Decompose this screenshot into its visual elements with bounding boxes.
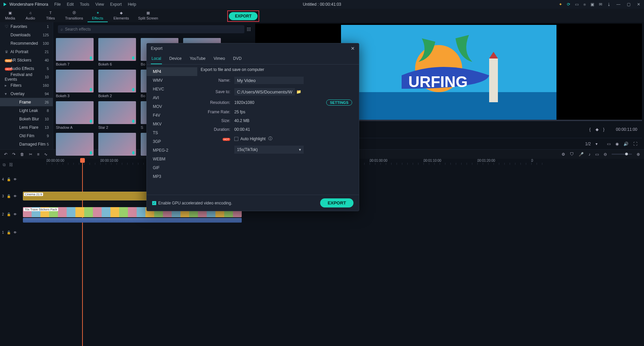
zoom-slider[interactable] — [612, 154, 632, 155]
tab-elements[interactable]: ◆Elements — [108, 11, 135, 22]
format-webm[interactable]: WEBM — [147, 155, 197, 163]
effect-thumb[interactable]: Bokeh 7 — [56, 38, 94, 66]
zoom-out-icon[interactable]: ⊖ — [604, 152, 607, 157]
delete-icon[interactable]: 🗑 — [20, 152, 24, 157]
gear-icon[interactable]: ⚙ — [562, 152, 565, 157]
speed-value[interactable]: 1/2 — [585, 142, 591, 146]
minimize-button[interactable]: — — [616, 2, 621, 7]
sidebar-item-bokeh-blur[interactable]: Bokeh Blur10 — [0, 115, 53, 123]
sidebar-item-recommended[interactable]: Recommended100 — [0, 39, 53, 47]
menu-tools[interactable]: Tools — [80, 2, 89, 7]
menu-view[interactable]: View — [95, 2, 104, 7]
export-tab-youtube[interactable]: YouTube — [189, 55, 206, 64]
export-tab-device[interactable]: Device — [169, 55, 182, 64]
eye-icon[interactable]: 👁 — [13, 213, 17, 216]
keyframe-next-icon[interactable]: } — [603, 127, 605, 132]
saveto-field[interactable] — [234, 88, 295, 95]
name-field[interactable] — [234, 77, 304, 84]
format-mpeg-2[interactable]: MPEG-2 — [147, 146, 197, 155]
zoom-in-icon[interactable]: ⊕ — [637, 152, 640, 157]
fullscreen-icon[interactable]: ⛶ — [633, 142, 637, 146]
adjust-icon[interactable]: ≡ — [37, 152, 39, 157]
music-icon[interactable]: ♪ — [588, 152, 590, 157]
tab-effects[interactable]: ✶Effects — [88, 11, 108, 22]
keyframe-prev-icon[interactable]: { — [589, 127, 591, 132]
tab-media[interactable]: ▣Media — [0, 11, 20, 22]
format-mp4[interactable]: MP4 — [147, 67, 197, 76]
effect-thumb[interactable] — [56, 133, 94, 157]
grid-view-icon[interactable] — [247, 28, 250, 31]
export-tab-local[interactable]: Local — [151, 55, 162, 64]
download-icon[interactable]: ⭳ — [607, 2, 611, 7]
format-f4v[interactable]: F4V — [147, 111, 197, 120]
sidebar-item-lens-flare[interactable]: Lens Flare13 — [0, 123, 53, 131]
sidebar-item-filters[interactable]: ▸ Filters160 — [0, 81, 53, 89]
dialog-close-icon[interactable]: ✕ — [351, 46, 355, 51]
sidebar-item-overlay[interactable]: ▾ Overlay94 — [0, 89, 53, 98]
sidebar-item-light-leak[interactable]: Light Leak8 — [0, 106, 53, 115]
maximize-button[interactable]: ▢ — [626, 2, 631, 7]
info-icon[interactable]: ⓘ — [268, 136, 272, 142]
close-button[interactable]: ✕ — [636, 2, 641, 7]
effect-thumb[interactable]: Shadow A — [56, 101, 94, 129]
menu-edit[interactable]: Edit — [67, 2, 74, 7]
volume-icon[interactable]: 🔊 — [623, 142, 629, 146]
sidebar-item-ai-portrait[interactable]: ♛ AI Portrait21 — [0, 47, 53, 56]
lock-icon[interactable]: 🔓 — [7, 231, 11, 234]
keyframe-add-icon[interactable]: ◆ — [596, 127, 599, 132]
format-mp3[interactable]: MP3 — [147, 172, 197, 181]
redo-icon[interactable]: ↷ — [12, 152, 15, 157]
effect-thumb[interactable]: Star 2 — [98, 101, 136, 129]
sidebar-item-ar-stickers[interactable]: New AR Stickers40 — [0, 56, 53, 64]
support-icon[interactable]: ⟳ — [567, 2, 570, 7]
format-avi[interactable]: AVI — [147, 93, 197, 102]
gpu-checkbox[interactable]: ✓ — [152, 201, 156, 205]
sidebar-item-downloads[interactable]: Downloads125 — [0, 31, 53, 39]
lock-icon[interactable]: 🔓 — [7, 194, 11, 198]
settings-button[interactable]: SETTINGS — [326, 100, 352, 106]
sidebar-item-frame[interactable]: Frame26 — [0, 98, 53, 106]
search-input[interactable]: ⌕ Search effects — [58, 25, 244, 33]
effect-thumb[interactable]: Bokeh 2 — [98, 70, 136, 98]
marker-icon[interactable]: ▭ — [595, 152, 599, 157]
clip-audio[interactable] — [23, 218, 242, 223]
gift-icon[interactable]: ▭ — [575, 2, 579, 7]
message-icon[interactable]: ✉ — [599, 2, 602, 7]
dialog-export-button[interactable]: EXPORT — [320, 198, 353, 207]
auto-highlight-select[interactable]: 15s(TikTok)▾ — [234, 146, 304, 154]
sidebar-item-favorites[interactable]: ♡ Favorites1 — [0, 22, 53, 31]
eye-icon[interactable]: 👁 — [13, 231, 17, 234]
undo-icon[interactable]: ↶ — [4, 152, 7, 157]
format-mov[interactable]: MOV — [147, 102, 197, 111]
menu-export[interactable]: Export — [110, 2, 122, 7]
menu-file[interactable]: File — [54, 2, 61, 7]
sidebar-item-festival-and-events[interactable]: Festival and Events10 — [0, 73, 53, 81]
account-icon[interactable]: ⍟ — [583, 2, 586, 7]
sidebar-item-old-film[interactable]: Old Film9 — [0, 131, 53, 140]
tips-icon[interactable]: ✦ — [559, 2, 562, 7]
export-tab-vimeo[interactable]: Vimeo — [213, 55, 226, 64]
format-wmv[interactable]: WMV — [147, 76, 197, 85]
lock-icon[interactable]: 🔓 — [7, 213, 11, 216]
menu-help[interactable]: Help — [128, 2, 136, 7]
format-3gp[interactable]: 3GP — [147, 137, 197, 146]
display-icon[interactable]: ▭ — [607, 142, 611, 146]
lock-icon[interactable]: 🔓 — [7, 178, 11, 181]
save-icon[interactable]: ▣ — [590, 2, 594, 7]
sidebar-item-damaged-film[interactable]: Damaged Film5 — [0, 140, 53, 148]
export-button[interactable]: EXPORT — [229, 12, 258, 20]
effect-thumb[interactable]: Bokeh 6 — [98, 38, 136, 66]
browse-folder-icon[interactable]: 📁 — [296, 89, 301, 94]
eye-icon[interactable]: 👁 — [13, 194, 17, 198]
mic-icon[interactable]: 🎤 — [579, 152, 584, 157]
format-gif[interactable]: GIF — [147, 163, 197, 172]
tab-titles[interactable]: TTitles — [40, 11, 61, 22]
format-mkv[interactable]: MKV — [147, 120, 197, 128]
link-icon[interactable]: ⛓ — [9, 162, 13, 167]
tab-split-screen[interactable]: ▦Split Screen — [135, 11, 162, 22]
shield-icon[interactable]: ⛉ — [570, 152, 574, 157]
snapshot-icon[interactable]: ◉ — [615, 142, 619, 146]
effect-thumb[interactable]: Bokeh 3 — [56, 70, 94, 98]
effect-thumb[interactable] — [98, 133, 136, 157]
magnet-icon[interactable]: ⧉ — [3, 162, 6, 167]
